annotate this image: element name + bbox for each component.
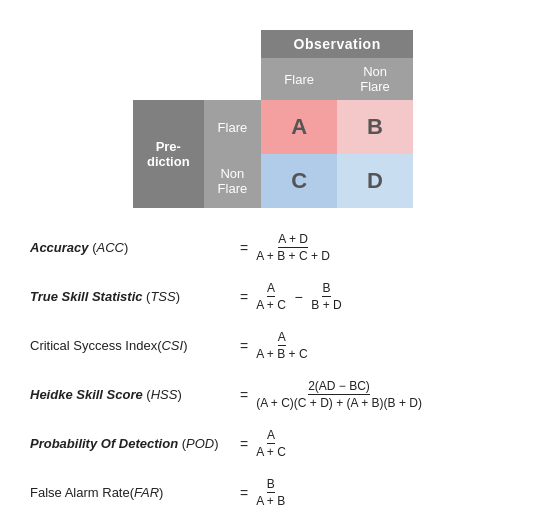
cell-c: C [261,154,337,208]
observation-header: Observation [261,30,413,58]
csi-expr: A A + B + C [254,330,309,361]
formulas-section: Accuracy (ACC) = A + D A + B + C + D Tru… [20,232,526,508]
nonflare-col-header: Non Flare [337,58,413,100]
csi-label: Critical Syccess Index(CSI) [30,338,240,353]
tss-label: True Skill Statistic (TSS) [30,289,240,304]
prediction-label: Pre- diction [133,100,204,208]
formula-csi: Critical Syccess Index(CSI) = A A + B + … [30,330,516,361]
formula-hss: Heidke Skill Score (HSS) = 2(AD − BC) (A… [30,379,516,410]
flare-col-header: Flare [261,58,337,100]
formula-pod: Probability Of Detection (POD) = A A + C [30,428,516,459]
eq-sign: = [240,240,248,256]
eq-sign-tss: = [240,289,248,305]
formula-tss: True Skill Statistic (TSS) = A A + C − B… [30,281,516,312]
eq-sign-hss: = [240,387,248,403]
cell-b: B [337,100,413,154]
flare-row-header: Flare [204,100,262,154]
cell-a: A [261,100,337,154]
accuracy-expr: A + D A + B + C + D [254,232,332,263]
eq-sign-far: = [240,485,248,501]
hss-expr: 2(AD − BC) (A + C)(C + D) + (A + B)(B + … [254,379,424,410]
pod-label: Probability Of Detection (POD) [30,436,240,451]
cell-d: D [337,154,413,208]
tss-expr: A A + C − B B + D [254,281,343,312]
nonflare-row-header: Non Flare [204,154,262,208]
formula-accuracy: Accuracy (ACC) = A + D A + B + C + D [30,232,516,263]
eq-sign-csi: = [240,338,248,354]
formula-far: False Alarm Rate(FAR) = B A + B [30,477,516,508]
far-expr: B A + B [254,477,287,508]
pod-expr: A A + C [254,428,288,459]
accuracy-label: Accuracy (ACC) [30,240,240,255]
far-label: False Alarm Rate(FAR) [30,485,240,500]
eq-sign-pod: = [240,436,248,452]
confusion-matrix: Observation Flare Non Flare Pre- diction… [20,30,526,208]
hss-label: Heidke Skill Score (HSS) [30,387,240,402]
